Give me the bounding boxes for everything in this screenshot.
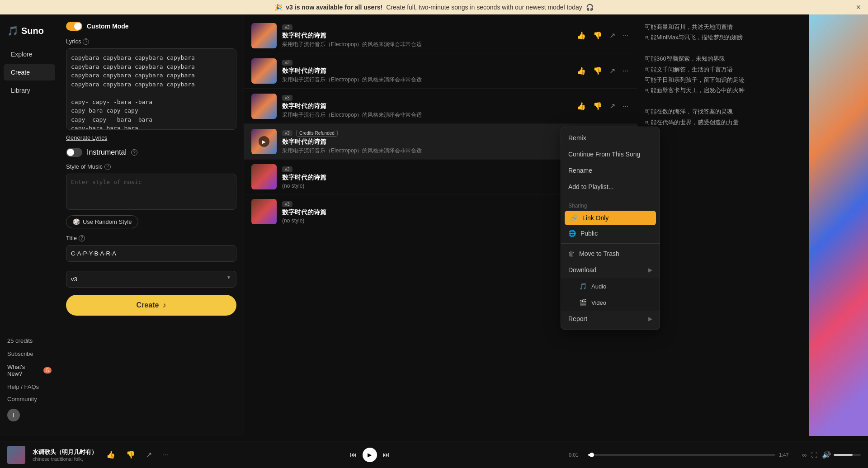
link-only-label: Link Only: [582, 214, 609, 222]
instrumental-help-icon[interactable]: ?: [131, 149, 137, 156]
menu-item-rename[interactable]: Rename: [561, 162, 660, 179]
instrumental-label: Instrumental: [87, 148, 127, 156]
public-label: Public: [580, 230, 598, 237]
whats-new-badge: 5: [43, 367, 52, 373]
share-button[interactable]: ↗: [608, 29, 617, 42]
next-button[interactable]: ⏭: [382, 451, 390, 459]
community-item[interactable]: Community: [0, 393, 59, 405]
player-title: 水调歌头（明月几时有）: [33, 448, 97, 456]
player-like-button[interactable]: 👍: [104, 449, 117, 461]
player-dislike-button[interactable]: 👎: [124, 449, 137, 461]
lyrics-line: 可能子日和亲列孩子，留下知识的足迹: [645, 75, 802, 85]
menu-item-link-only[interactable]: 🔗 Link Only: [565, 211, 656, 225]
instrumental-toggle[interactable]: [66, 148, 82, 157]
like-button[interactable]: 👍: [575, 100, 588, 112]
link-only-row: 🔗 Link Only: [570, 214, 609, 222]
more-button[interactable]: ···: [621, 65, 630, 77]
sidebar-item-create[interactable]: Create: [4, 64, 55, 80]
lyrics-label-text: Lyrics: [66, 38, 81, 45]
version-select[interactable]: v1 v2 v3 v3.5: [66, 271, 236, 288]
lyrics-section-label: Lyrics ?: [66, 38, 236, 45]
style-help-icon[interactable]: ?: [104, 164, 111, 170]
song-info: v3 Credits Refunded 数字时代的诗篇 采用电子流行音乐（Ele…: [282, 128, 570, 155]
loop-button[interactable]: ∞: [802, 451, 807, 459]
player-more-button[interactable]: ···: [161, 449, 170, 461]
list-item[interactable]: v3 数字时代的诗篇 采用电子流行音乐（Electropop）的风格来演绎会非常…: [244, 53, 637, 89]
song-actions: 👍 👎 ↗ ···: [575, 29, 630, 42]
menu-item-move-to-trash[interactable]: 🗑 Move to Trash: [561, 246, 660, 262]
lyrics-line: 可能在代码的世界，感受创造的力量: [645, 117, 802, 128]
song-info: v3 数字时代的诗篇 采用电子流行音乐（Electropop）的风格来演绎会非常…: [282, 23, 570, 48]
song-title: 数字时代的诗篇: [282, 67, 570, 75]
dislike-button[interactable]: 👎: [591, 65, 604, 77]
generate-lyrics-button[interactable]: Generate Lyrics: [66, 134, 107, 141]
sharing-section-label: Sharing: [561, 199, 660, 211]
custom-mode-toggle[interactable]: [66, 22, 82, 31]
create-button[interactable]: Create ♪: [66, 295, 236, 316]
style-label-text: Style of Music: [66, 163, 103, 170]
dislike-button[interactable]: 👎: [591, 29, 604, 42]
banner-close-button[interactable]: ×: [856, 3, 861, 12]
custom-mode-row: Custom Mode: [66, 22, 236, 31]
title-input[interactable]: [66, 245, 236, 262]
progress-dot: [590, 453, 594, 457]
play-pause-button[interactable]: ▶: [363, 448, 377, 462]
video-row: 🎬 Video: [579, 299, 606, 306]
audio-row: 🎵 Audio: [579, 283, 606, 290]
menu-item-video[interactable]: 🎬 Video: [572, 294, 660, 311]
sidebar-item-explore[interactable]: Explore: [4, 46, 55, 62]
share-button[interactable]: ↗: [608, 100, 617, 112]
lyrics-help-icon[interactable]: ?: [83, 38, 89, 45]
audio-label: Audio: [591, 283, 606, 290]
video-label: Video: [591, 299, 606, 306]
list-item[interactable]: v3 数字时代的诗篇 采用电子流行音乐（Electropop）的风格来演绎会非常…: [244, 18, 637, 53]
more-button[interactable]: ···: [621, 100, 630, 112]
menu-item-remix[interactable]: Remix: [561, 130, 660, 146]
total-time: 1:47: [779, 452, 795, 458]
more-button[interactable]: ···: [621, 30, 630, 42]
lyrics-right-panel: 可能商量和百川，共述天地间直情 可能MiniMax与讯飞，描绘梦想的翅膀 可能3…: [637, 14, 809, 436]
menu-item-download[interactable]: Download ▶: [561, 262, 660, 278]
video-icon: 🎬: [579, 299, 587, 306]
user-avatar[interactable]: I: [7, 409, 20, 421]
version-badge: v3: [282, 95, 292, 101]
move-to-trash-label: Move to Trash: [579, 250, 619, 257]
trash-icon: 🗑: [568, 250, 575, 257]
whats-new-item[interactable]: What's New? 5: [0, 360, 59, 381]
like-button[interactable]: 👍: [575, 65, 588, 77]
title-help-icon[interactable]: ?: [79, 235, 85, 241]
song-thumbnail: [251, 23, 277, 48]
subscribe-link[interactable]: Subscribe: [0, 348, 59, 360]
public-row: 🌐 Public: [568, 230, 598, 237]
player-share-button[interactable]: ↗: [144, 449, 154, 461]
menu-item-add-playlist[interactable]: Add to Playlist...: [561, 179, 660, 195]
style-input[interactable]: [66, 174, 236, 210]
banner-bold-text: v3 is now available for all users!: [286, 4, 382, 11]
use-random-style-button[interactable]: 🎲 Use Random Style: [66, 215, 138, 228]
lyrics-line: 可能MiniMax与讯飞，描绘梦想的翅膀: [645, 32, 802, 43]
list-item[interactable]: v3 数字时代的诗篇 采用电子流行音乐（Electropop）的风格来演绎会非常…: [244, 89, 637, 124]
custom-mode-label: Custom Mode: [87, 23, 129, 30]
progress-bar[interactable]: [588, 454, 775, 456]
help-faqs-item[interactable]: Help / FAQs: [0, 381, 59, 393]
song-title: 数字时代的诗篇: [282, 174, 583, 182]
dislike-button[interactable]: 👎: [591, 100, 604, 112]
menu-divider: [561, 197, 660, 197]
create-btn-label: Create: [137, 301, 159, 309]
menu-item-report[interactable]: Report ▶: [561, 311, 660, 327]
share-button[interactable]: ↗: [608, 65, 617, 77]
song-description: 采用电子流行音乐（Electropop）的风格来演绎会非常合适: [282, 41, 570, 48]
sidebar-item-library[interactable]: Library: [4, 82, 55, 99]
expand-button[interactable]: ⛶: [811, 451, 817, 459]
song-description: (no style): [282, 183, 583, 189]
menu-item-audio[interactable]: 🎵 Audio: [572, 278, 660, 294]
menu-item-continue[interactable]: Continue From This Song: [561, 146, 660, 162]
lyrics-textarea[interactable]: capybara capybara capybara capybara capy…: [66, 48, 236, 130]
like-button[interactable]: 👍: [575, 29, 588, 42]
lyrics-line: 可能360智脑探索，未知的界限: [645, 53, 802, 64]
prev-button[interactable]: ⏮: [350, 451, 357, 459]
menu-item-public[interactable]: 🌐 Public: [561, 225, 660, 241]
volume-bar[interactable]: [834, 454, 861, 456]
player-description: chinese traditional folk,: [33, 456, 97, 462]
thumbnail-image: [251, 164, 277, 189]
